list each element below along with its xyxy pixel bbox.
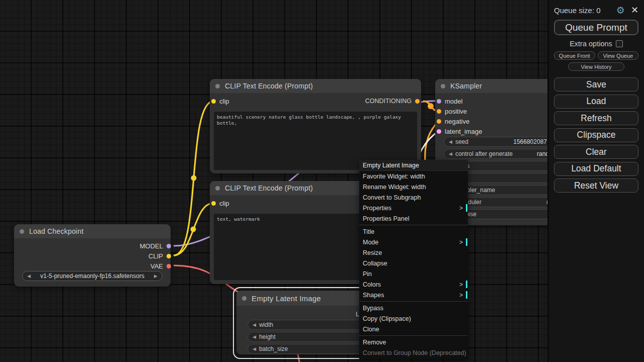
reset-view-button[interactable]: Reset View [554,178,638,193]
input-positive: positive [437,107,467,115]
collapse-dot-icon[interactable] [215,186,220,191]
node-title: Empty Latent Image [252,294,321,303]
refresh-button[interactable]: Refresh [554,111,638,125]
menu-item-shapes[interactable]: Shapes> [359,290,468,300]
menu-item-label: Convert to Subgraph [363,194,421,201]
menu-item-label: Rename Widget: width [363,184,426,191]
menu-item-title[interactable]: Title [359,226,468,237]
menu-item-pin[interactable]: Pin [359,268,468,279]
input-label: model [445,98,462,105]
input-clip: clip [211,199,229,207]
clip-slot-dot[interactable] [211,99,216,104]
widget-left-arrow-icon[interactable]: ◀ [449,151,452,156]
menu-separator [359,335,468,336]
combo-left-arrow-icon[interactable]: ◀ [27,274,31,279]
close-icon[interactable]: ✕ [631,6,638,15]
input-label: positive [445,108,467,115]
menu-item-label: Mode [363,239,378,246]
queue-size-label: Queue size: 0 [554,6,616,15]
view-history-button[interactable]: View History [568,62,624,71]
menu-item-label: Resize [363,249,382,256]
view-queue-button[interactable]: View Queue [598,51,639,60]
input-clip: clip [211,97,229,105]
save-button[interactable]: Save [554,77,638,92]
input-negative: negative [437,117,469,125]
widget-left-arrow-icon[interactable]: ◀ [449,139,452,144]
submenu-caret-bar [466,291,467,299]
output-conditioning: CONDITIONING [365,97,420,105]
node-context-menu: Empty Latent Image Favorite Widget: widt… [359,160,468,359]
widget-label: control after generate [455,150,513,157]
collapse-dot-icon[interactable] [215,84,220,88]
menu-item-collapse[interactable]: Collapse [359,258,468,268]
clear-button[interactable]: Clear [554,145,638,159]
menu-item-properties-panel[interactable]: Properties Panel [359,213,468,224]
clip-slot-dot[interactable] [211,201,216,206]
extra-options-checkbox[interactable] [616,40,623,47]
node-load-checkpoint[interactable]: Load Checkpoint MODEL CLIP VAE ◀ v1-5-pr… [14,224,171,287]
model-slot-dot[interactable] [167,244,171,248]
menu-item-clone[interactable]: Clone [359,324,468,334]
input-model: model [437,97,462,105]
widget-left-arrow-icon[interactable]: ◀ [253,322,256,327]
load-default-button[interactable]: Load Default [554,162,638,176]
model-slot-dot[interactable] [437,99,441,104]
widget-left-arrow-icon[interactable]: ◀ [253,334,256,339]
widget-label: batch_size [259,345,288,352]
conditioning-slot-dot[interactable] [415,99,420,104]
widget-label: height [259,333,276,340]
settings-gear-icon[interactable]: ⚙ [616,6,625,15]
submenu-arrow-icon: > [459,292,463,299]
node-clip-text-encode-positive[interactable]: CLIP Text Encode (Prompt) clip CONDITION… [210,79,421,173]
vae-slot-dot[interactable] [167,264,171,268]
menu-item-label: Bypass [363,305,383,312]
menu-item-label: Clone [363,326,379,333]
menu-item-colors[interactable]: Colors> [359,279,468,290]
widget-label: width [259,321,273,328]
ckpt-name-combo[interactable]: ◀ v1-5-pruned-emaonly-fp16.safetensors ▶ [22,271,163,281]
menu-item-bypass[interactable]: Bypass [359,303,468,313]
output-label: VAE [150,262,163,270]
menu-item-label: Collapse [363,260,387,267]
menu-item-mode[interactable]: Mode> [359,237,468,247]
collapse-dot-icon[interactable] [441,84,445,88]
conditioning-slot-dot[interactable] [437,109,441,114]
queue-prompt-button[interactable]: Queue Prompt [554,20,638,35]
menu-item-convert-to-subgraph[interactable]: Convert to Subgraph [359,192,468,203]
collapse-dot-icon[interactable] [242,296,247,301]
menu-item-label: Pin [363,270,372,278]
load-button[interactable]: Load [554,95,638,109]
node-header[interactable]: CLIP Text Encode (Prompt) [210,79,421,93]
menu-item-label: Colors [363,281,381,288]
clipspace-button[interactable]: Clipspace [554,128,638,142]
submenu-caret-bar [466,281,467,288]
menu-item-resize[interactable]: Resize [359,247,468,258]
menu-item-properties[interactable]: Properties> [359,203,468,213]
submenu-arrow-icon: > [459,281,463,288]
queue-front-button[interactable]: Queue Front [554,51,595,60]
comfy-menu-panel: Queue size: 0 ⚙ ✕ Queue Prompt Extra opt… [547,0,644,362]
menu-item-remove[interactable]: Remove [359,337,468,347]
clip-slot-dot[interactable] [167,254,171,258]
combo-right-arrow-icon[interactable]: ▶ [154,274,157,279]
output-label: CLIP [148,252,163,260]
comfyui-workspace: Load Checkpoint MODEL CLIP VAE ◀ v1-5-pr… [0,0,644,362]
menu-item-copy-clipspace[interactable]: Copy (Clipspace) [359,313,468,324]
widget-left-arrow-icon[interactable]: ◀ [253,346,256,351]
output-label: MODEL [140,242,163,250]
conditioning-slot-dot[interactable] [437,119,441,124]
collapse-dot-icon[interactable] [20,229,24,234]
menu-item-label: Properties [363,205,391,212]
menu-item-favorite-widget[interactable]: Favorite Widget: width [359,171,468,182]
menu-item-label: Favorite Widget: width [363,173,425,180]
extra-options-label: Extra options [570,40,612,48]
submenu-arrow-icon: > [459,239,463,246]
submenu-caret-bar [466,204,467,212]
combo-value: v1-5-pruned-emaonly-fp16.safetensors [40,273,144,280]
output-clip: CLIP [148,252,171,260]
node-title: CLIP Text Encode (Prompt) [225,184,313,192]
latent-slot-dot[interactable] [437,129,441,134]
menu-item-convert-to-group-node: Convert to Group Node (Deprecated) [359,347,468,358]
menu-item-rename-widget[interactable]: Rename Widget: width [359,182,468,192]
node-header[interactable]: Load Checkpoint [14,224,171,238]
